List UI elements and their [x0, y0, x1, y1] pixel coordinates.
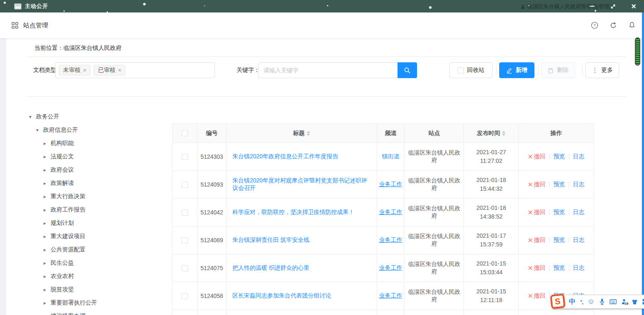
tree-item[interactable]: ▸重大建设项目 [25, 230, 170, 243]
row-title-link[interactable]: 朱台镇2020年度对村观摩点评暨村党支部书记述职评议会召开 [232, 177, 371, 192]
recycle-bin-button[interactable]: 回收站 [449, 62, 493, 78]
row-channel-link[interactable]: 镇街道 [382, 153, 400, 160]
caret-right-icon[interactable]: ▸ [43, 220, 47, 226]
row-checkbox[interactable] [182, 237, 188, 244]
scrollbar-thumb[interactable] [635, 37, 640, 66]
more-button[interactable]: ⋮ 更多 [585, 62, 619, 78]
search-button[interactable] [398, 62, 417, 78]
tree-item[interactable]: ▸重要部署执行公开 [25, 296, 170, 310]
tree-item[interactable]: ▸民生公益 [25, 256, 170, 270]
ime-keyboard-icon[interactable] [610, 299, 617, 304]
sort-icons[interactable] [502, 131, 505, 136]
row-channel-link[interactable]: 业务工作 [379, 236, 402, 244]
refresh-icon[interactable] [610, 22, 617, 29]
caret-right-icon[interactable]: ▸ [43, 167, 47, 173]
ime-microphone-icon[interactable] [599, 298, 605, 305]
caret-right-icon[interactable]: ▸ [43, 313, 47, 315]
column-header-time[interactable]: 发布时间 [464, 124, 519, 143]
keyword-input[interactable] [258, 62, 398, 78]
row-checkbox[interactable] [182, 182, 188, 188]
caret-down-icon[interactable]: ▾ [35, 127, 39, 133]
log-link[interactable]: 日志 [573, 153, 585, 160]
ime-language-mode[interactable]: 中 [569, 298, 576, 306]
notification-bell-icon[interactable] [628, 22, 636, 29]
row-checkbox[interactable] [182, 154, 188, 160]
tree-item[interactable]: ▸脱贫攻坚 [25, 283, 170, 296]
caret-right-icon[interactable]: ▸ [43, 194, 47, 199]
column-header-title[interactable]: 标题 [227, 124, 377, 143]
sogou-logo-icon[interactable]: S [550, 293, 565, 309]
row-channel-link[interactable]: 业务工作 [379, 209, 402, 216]
tree-item[interactable]: ▸公共资源配置 [25, 243, 170, 256]
revoke-link[interactable]: 撤回 [528, 209, 546, 216]
apps-grid-icon[interactable] [12, 22, 18, 29]
caret-right-icon[interactable]: ▸ [43, 287, 47, 293]
tree-item[interactable]: ▸法规公文 [25, 150, 170, 163]
preview-link[interactable]: 预览 [554, 264, 565, 272]
tree-item[interactable]: ▸政府会议 [25, 163, 170, 177]
caret-right-icon[interactable]: ▸ [43, 260, 47, 266]
ime-toolbox-icon[interactable] [642, 299, 644, 305]
select-all-checkbox[interactable] [182, 130, 188, 136]
ime-punctuation-icon[interactable]: °, [580, 299, 583, 305]
doc-type-tag[interactable]: 已审核× [94, 65, 125, 76]
tree-item[interactable]: ▸农业农村 [25, 270, 170, 283]
row-title-link[interactable]: 把人性的温暖 织进群众的心里 [232, 264, 310, 272]
row-checkbox[interactable] [182, 265, 188, 271]
row-channel-link[interactable]: 业务工作 [379, 181, 402, 188]
tag-remove-icon[interactable]: × [118, 67, 121, 74]
row-channel-link[interactable]: 业务工作 [379, 292, 402, 300]
add-button[interactable]: 新增 [499, 62, 534, 78]
row-title-link[interactable]: 朱台镇2020年政府信息公开工作年度报告 [232, 153, 338, 160]
tree-item[interactable]: ▸重大行政决策 [25, 190, 170, 203]
tree-item[interactable]: ▸规划计划 [25, 217, 170, 230]
minimize-button[interactable] [588, 2, 597, 11]
caret-right-icon[interactable]: ▸ [43, 180, 47, 186]
preview-link[interactable]: 预览 [554, 181, 565, 188]
caret-right-icon[interactable]: ▸ [43, 140, 47, 146]
ime-skin-icon[interactable] [632, 299, 638, 305]
doc-type-tags-box[interactable]: 未审核×已审核× [55, 62, 215, 78]
caret-right-icon[interactable]: ▸ [43, 207, 47, 213]
log-link[interactable]: 日志 [573, 181, 585, 188]
caret-down-icon[interactable]: ▾ [28, 114, 32, 120]
row-title-link[interactable]: 区长宋磊同志参加朱台代表团分组讨论 [232, 292, 331, 300]
preview-link[interactable]: 预览 [554, 236, 565, 244]
preview-link[interactable]: 预览 [554, 209, 565, 216]
tree-item[interactable]: ▸政策解读 [25, 177, 170, 190]
caret-right-icon[interactable]: ▸ [43, 247, 47, 253]
ime-emoji-icon[interactable]: ☺ [588, 298, 595, 306]
caret-right-icon[interactable]: ▸ [43, 300, 47, 306]
caret-right-icon[interactable]: ▸ [43, 273, 47, 279]
caret-right-icon[interactable]: ▸ [43, 154, 47, 160]
revoke-link[interactable]: 撤回 [528, 264, 546, 272]
doc-type-tag[interactable]: 未审核× [59, 65, 90, 76]
sort-icons[interactable] [307, 131, 310, 136]
log-link[interactable]: 日志 [573, 236, 585, 244]
delete-button[interactable]: 删除 [541, 62, 575, 78]
tree-item[interactable]: ▾政务公开 [25, 110, 170, 123]
tag-remove-icon[interactable]: × [83, 67, 86, 74]
maximize-button[interactable] [608, 2, 617, 11]
recycle-bin-checkbox[interactable] [458, 67, 464, 74]
revoke-link[interactable]: 撤回 [528, 236, 546, 244]
row-checkbox[interactable] [182, 209, 188, 216]
close-button[interactable]: × [629, 2, 638, 11]
ime-account-icon[interactable]: 19 [621, 299, 627, 305]
revoke-link[interactable]: 撤回 [528, 292, 546, 300]
log-link[interactable]: 日志 [573, 264, 585, 272]
row-channel-link[interactable]: 业务工作 [379, 264, 402, 272]
row-title-link[interactable]: 朱台镇深耕责任田 筑牢安全线 [232, 236, 310, 244]
row-title-link[interactable]: 科学应对，联防联控，坚决捍卫疫情防控成果！ [232, 209, 354, 216]
caret-right-icon[interactable]: ▸ [43, 234, 47, 239]
log-link[interactable]: 日志 [573, 209, 585, 216]
preview-link[interactable]: 预览 [554, 153, 565, 160]
tree-item[interactable]: ▸机构职能 [25, 137, 170, 150]
revoke-link[interactable]: 撤回 [528, 153, 546, 160]
revoke-link[interactable]: 撤回 [528, 181, 546, 188]
tree-item[interactable]: ▸政府工作报告 [25, 203, 170, 217]
tree-item[interactable]: ▸建议提案办理 [25, 310, 170, 315]
row-checkbox[interactable] [182, 293, 188, 299]
help-icon[interactable]: ? [591, 22, 598, 29]
tree-item[interactable]: ▾政府信息公开 [25, 123, 170, 137]
